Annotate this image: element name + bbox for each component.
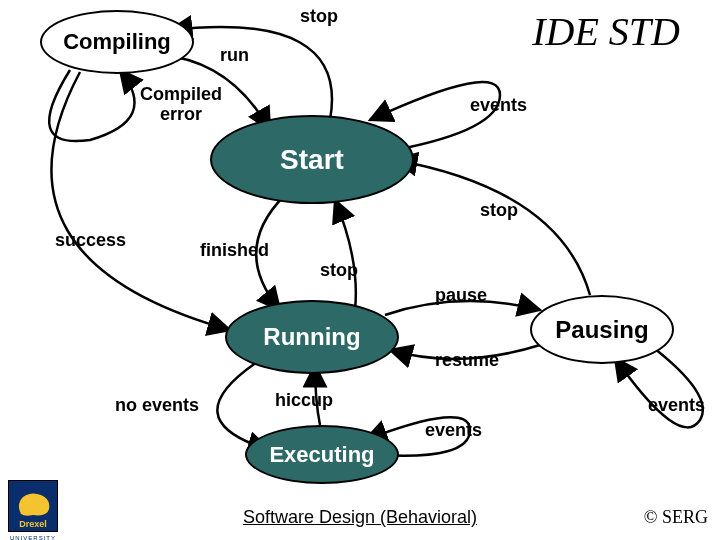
state-running: Running: [225, 300, 399, 374]
footer-text: Software Design (Behavioral): [0, 507, 720, 528]
label-stop-mid: stop: [320, 260, 358, 281]
label-no-events: no events: [115, 395, 199, 416]
label-stop-top: stop: [300, 6, 338, 27]
label-hiccup: hiccup: [275, 390, 333, 411]
state-pausing: Pausing: [530, 295, 674, 364]
diagram-title: IDE STD: [532, 8, 680, 55]
label-finished: finished: [200, 240, 269, 261]
label-run: run: [220, 45, 249, 66]
label-resume: resume: [435, 350, 499, 371]
label-success: success: [55, 230, 126, 251]
copyright: © SERG: [644, 507, 708, 528]
label-compiled-error: Compiled error: [140, 85, 222, 125]
label-events-bottom: events: [425, 420, 482, 441]
label-pause: pause: [435, 285, 487, 306]
state-executing: Executing: [245, 425, 399, 484]
state-compiling: Compiling: [40, 10, 194, 74]
logo-drexel: Drexel UNIVERSITY: [8, 480, 58, 532]
label-stop-right: stop: [480, 200, 518, 221]
state-start: Start: [210, 115, 414, 204]
label-events-right: events: [648, 395, 705, 416]
label-events-top: events: [470, 95, 527, 116]
